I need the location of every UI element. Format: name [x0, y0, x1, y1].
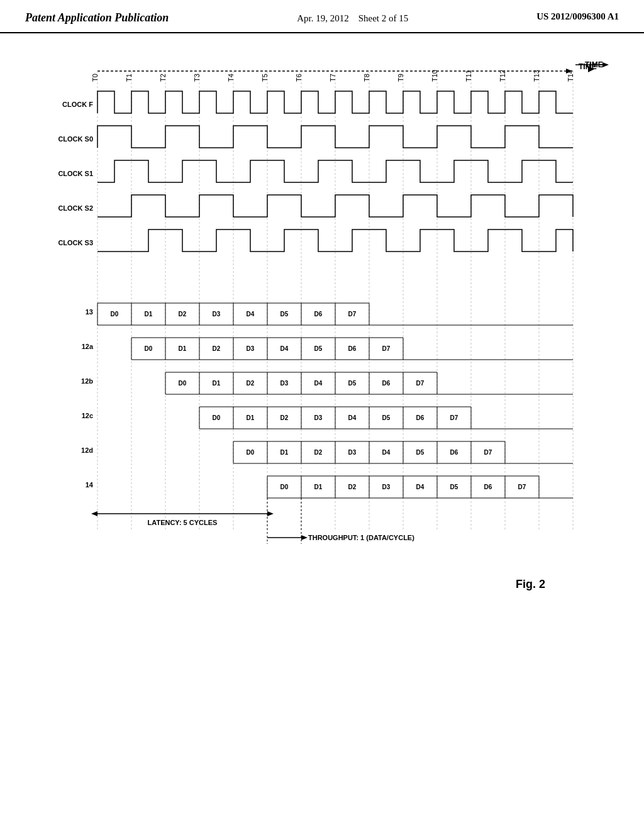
clock-f-waveform [97, 91, 573, 113]
sheet-number: Sheet 2 of 15 [358, 13, 409, 23]
time-label-t13: T13 [533, 70, 540, 82]
data-12a-d4: D4 [280, 345, 289, 352]
data-12a-d6: D6 [348, 345, 357, 352]
data-14-d0: D0 [280, 484, 289, 490]
label-clock-f: CLOCK F [62, 101, 93, 108]
data-12c-d6: D6 [416, 414, 425, 421]
data-12d-d7: D7 [484, 449, 492, 456]
publication-title: Patent Application Publication [25, 11, 169, 25]
data-12d-d3: D3 [348, 449, 357, 456]
data-13-d0: D0 [111, 311, 119, 318]
data-14-d1: D1 [314, 484, 323, 490]
time-label-t4: T4 [227, 74, 235, 82]
data-12b-d7: D7 [416, 380, 425, 387]
data-13-d4: D4 [247, 311, 255, 318]
throughput-label: THROUGHPUT: 1 (DATA/CYCLE) [308, 534, 414, 541]
page-header: Patent Application Publication Apr. 19, … [0, 0, 644, 33]
data-13-d1: D1 [145, 311, 153, 318]
label-12d: 12d [81, 446, 93, 454]
time-label-t11: T11 [465, 70, 472, 82]
svg-marker-127 [91, 511, 97, 516]
label-clock-s2: CLOCK S2 [58, 204, 93, 212]
time-label-t1: T1 [125, 74, 133, 82]
time-label-t14: T14 [567, 70, 574, 82]
data-12a-d2: D2 [213, 345, 221, 352]
data-12c-d5: D5 [382, 414, 391, 421]
data-12b-d1: D1 [213, 380, 221, 387]
data-12d-d2: D2 [314, 449, 323, 456]
data-12d-d4: D4 [382, 449, 391, 456]
data-12d-d1: D1 [280, 449, 289, 456]
time-label-t3: T3 [193, 74, 201, 82]
data-12a-d1: D1 [179, 345, 187, 352]
label-12a: 12a [82, 343, 94, 350]
clock-s0-waveform [97, 126, 573, 148]
time-label-t9: T9 [397, 74, 404, 82]
time-label-t10: T10 [431, 70, 438, 82]
data-13-d3: D3 [213, 311, 221, 318]
svg-marker-134 [602, 62, 609, 67]
data-14-d6: D6 [484, 484, 492, 490]
data-12c-d3: D3 [314, 414, 323, 421]
label-13: 13 [86, 308, 93, 316]
pub-date: Apr. 19, 2012 [297, 13, 349, 23]
data-14-d5: D5 [450, 484, 458, 490]
time-label-t7: T7 [329, 74, 336, 82]
data-12d-d5: D5 [416, 449, 425, 456]
time-label-t0: T0 [91, 74, 99, 82]
data-12c-d1: D1 [247, 414, 255, 421]
data-12a-d7: D7 [382, 345, 391, 352]
data-13-d2: D2 [179, 311, 187, 318]
data-13-d5: D5 [280, 311, 289, 318]
data-14-d4: D4 [416, 484, 425, 490]
timing-diagram-svg: T0 T1 T2 T3 T4 T5 T6 T7 T8 T9 T10 T11 T1… [0, 35, 644, 802]
data-14-d3: D3 [382, 484, 391, 490]
label-12b: 12b [81, 377, 93, 385]
patent-number: US 2012/0096300 A1 [536, 11, 619, 22]
clock-s3-waveform [97, 230, 573, 252]
time-label-t12: T12 [499, 70, 506, 82]
time-label-t8: T8 [363, 74, 370, 82]
data-12b-d4: D4 [314, 380, 323, 387]
data-12c-d2: D2 [280, 414, 289, 421]
label-clock-s1: CLOCK S1 [58, 170, 93, 177]
data-12c-d0: D0 [213, 414, 221, 421]
data-12d-d6: D6 [450, 449, 458, 456]
label-clock-s0: CLOCK S0 [58, 135, 93, 143]
latency-label: LATENCY: 5 CYCLES [148, 519, 218, 526]
time-label-t6: T6 [295, 74, 303, 82]
time-label-t5: T5 [261, 74, 269, 82]
data-12a-d5: D5 [314, 345, 323, 352]
label-12c: 12c [82, 412, 93, 419]
data-12c-d7: D7 [450, 414, 458, 421]
data-12a-d0: D0 [145, 345, 153, 352]
time-label-t2: T2 [159, 74, 167, 82]
sheet-info: Apr. 19, 2012 Sheet 2 of 15 [297, 11, 408, 26]
data-12b-d2: D2 [247, 380, 255, 387]
svg-marker-128 [267, 511, 274, 516]
clock-s2-waveform [97, 195, 573, 217]
figure-label: Fig. 2 [516, 578, 545, 590]
data-12d-d0: D0 [247, 449, 255, 456]
label-14: 14 [86, 481, 94, 489]
data-12c-d4: D4 [348, 414, 357, 421]
data-12b-d6: D6 [382, 380, 391, 387]
data-12b-d3: D3 [280, 380, 289, 387]
data-13-d6: D6 [314, 311, 323, 318]
svg-marker-132 [301, 535, 308, 540]
data-14-d7: D7 [518, 484, 526, 490]
data-12a-d3: D3 [247, 345, 255, 352]
data-14-d2: D2 [348, 484, 357, 490]
clock-s1-waveform [97, 160, 573, 182]
data-12b-d5: D5 [348, 380, 357, 387]
data-12b-d0: D0 [179, 380, 187, 387]
label-clock-s3: CLOCK S3 [58, 239, 93, 246]
data-13-d7: D7 [348, 311, 357, 318]
